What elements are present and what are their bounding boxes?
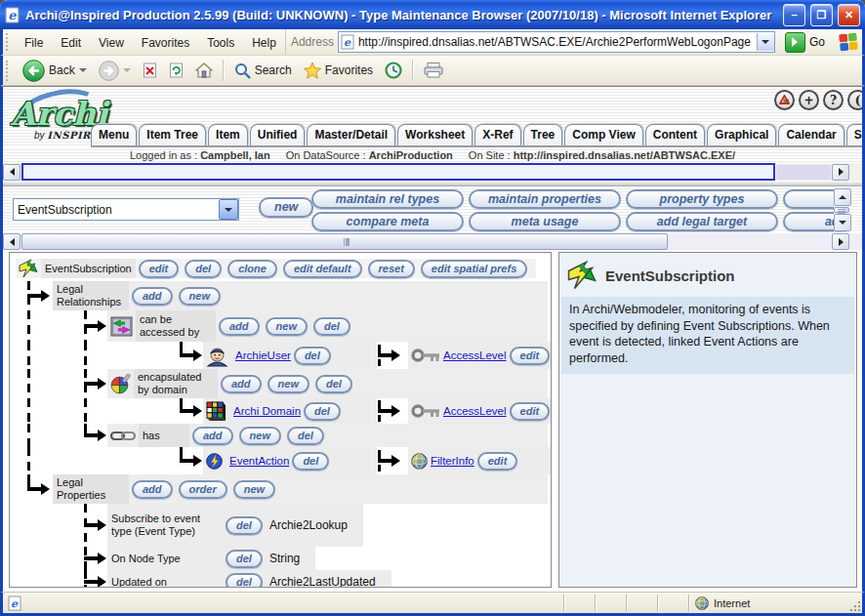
tab-graphical[interactable]: Graphical [707, 124, 776, 145]
action-del[interactable]: del [226, 516, 263, 535]
favorites-button[interactable]: Favorites [299, 62, 378, 80]
action-add-legal-target[interactable]: add legal target [626, 212, 778, 231]
back-dropdown-icon[interactable] [79, 68, 87, 72]
scroll-track[interactable] [669, 234, 831, 249]
action-compare-meta[interactable]: compare meta [311, 212, 464, 231]
home-button[interactable] [190, 62, 218, 79]
menu-file[interactable]: File [16, 34, 52, 52]
menu-help[interactable]: Help [243, 34, 285, 52]
search-button[interactable]: Search [229, 62, 297, 80]
tab-unified[interactable]: Unified [250, 124, 306, 145]
refresh-button[interactable] [164, 62, 188, 79]
maximize-button[interactable]: ❐ [810, 4, 833, 26]
action-maintain-properties[interactable]: maintain properties [469, 189, 621, 209]
action-add[interactable]: add [192, 427, 233, 445]
tree-link-filterinfo[interactable]: FilterInfo [431, 455, 474, 467]
scroll-left-button[interactable] [3, 233, 21, 250]
address-input[interactable]: e http://inspired.dnsalias.net/ABTWSAC.E… [338, 31, 775, 53]
tree-row: ArchieUserdelAccessLeveledit [10, 342, 551, 369]
tab-x-ref[interactable]: X-Ref [474, 124, 520, 145]
action-edit[interactable]: edit [510, 402, 551, 421]
scroll-right-button[interactable] [832, 233, 849, 250]
history-button[interactable] [380, 61, 407, 80]
tree-link-eventaction[interactable]: EventAction [229, 455, 289, 467]
tree-link-accesslevel[interactable]: AccessLevel [443, 405, 507, 417]
action-del[interactable]: del [294, 347, 331, 365]
action-new[interactable]: new [266, 317, 308, 336]
new-type-button[interactable]: new [259, 197, 313, 218]
action-add[interactable]: add [132, 480, 173, 499]
action-clone[interactable]: clone [227, 260, 277, 278]
action-meta-usage[interactable]: meta usage [469, 212, 621, 231]
action-edit[interactable]: edit [510, 347, 551, 365]
tab-menu[interactable]: Menu [91, 124, 137, 145]
menu-tools[interactable]: Tools [198, 34, 243, 52]
print-button[interactable] [419, 62, 448, 79]
scroll-track[interactable] [776, 165, 831, 180]
tab-master-detail[interactable]: Master/Detail [307, 124, 395, 145]
tab-item[interactable]: Item [208, 124, 248, 145]
help-icon[interactable]: ? [823, 90, 844, 110]
action-del[interactable]: del [185, 260, 222, 278]
action-add[interactable]: add [219, 317, 260, 336]
resize-grip[interactable] [846, 597, 862, 613]
scroll-thumb[interactable] [21, 233, 668, 250]
action-del[interactable]: del [226, 550, 263, 568]
menu-edit[interactable]: Edit [52, 34, 90, 52]
action-new[interactable]: new [268, 375, 309, 393]
action-del[interactable]: del [313, 317, 350, 336]
address-dropdown-button[interactable] [757, 33, 774, 51]
action-edit[interactable]: edit [139, 260, 180, 278]
action-add[interactable]: add [132, 287, 173, 306]
action-maintain-rel-types[interactable]: maintain rel types [311, 189, 464, 209]
tree-link-archieuser[interactable]: ArchieUser [235, 349, 291, 361]
action-new[interactable]: new [239, 427, 281, 445]
tree-link-archi-domain[interactable]: Archi Domain [233, 405, 301, 417]
tree-connector [27, 447, 30, 474]
tab-comp-view[interactable]: Comp View [564, 124, 642, 145]
action-del[interactable]: del [292, 452, 329, 471]
action-del[interactable]: del [304, 402, 341, 421]
type-select[interactable]: EventSubscription [13, 198, 239, 221]
forward-button[interactable] [94, 60, 136, 82]
tab-worksheet[interactable]: Worksheet [397, 124, 473, 145]
scroll-right-button[interactable] [832, 164, 849, 181]
clipped-icon[interactable]: ( [847, 90, 862, 110]
scroll-up-button[interactable] [834, 188, 851, 206]
action-edit-spatial-prefs[interactable]: edit spatial prefs [421, 260, 527, 278]
action-add[interactable]: add [221, 375, 262, 393]
action-del[interactable]: del [287, 427, 324, 445]
scroll-left-button[interactable] [3, 164, 21, 181]
action-new[interactable]: new [179, 287, 221, 306]
add-icon[interactable]: + [799, 90, 819, 110]
tree-branch [378, 400, 403, 422]
scroll-down-button[interactable] [834, 214, 851, 231]
action-property-types[interactable]: property types [626, 189, 778, 209]
close-button[interactable]: ✕ [838, 4, 860, 26]
menu-view[interactable]: View [90, 34, 133, 52]
action-new[interactable]: new [233, 480, 275, 499]
home-icon [195, 62, 213, 78]
tab-spatial[interactable]: Spatial [846, 124, 862, 145]
tree-link-accesslevel[interactable]: AccessLevel [443, 349, 507, 361]
tab-calendar[interactable]: Calendar [778, 124, 844, 145]
app-badge-icon[interactable] [774, 90, 795, 110]
minimize-button[interactable]: – [783, 4, 805, 26]
tab-tree[interactable]: Tree [523, 124, 563, 145]
action-del[interactable]: del [315, 375, 352, 393]
action-reset[interactable]: reset [368, 260, 415, 278]
action-del[interactable]: del [226, 573, 263, 589]
stop-button[interactable] [138, 62, 162, 79]
tab-item-tree[interactable]: Item Tree [139, 124, 206, 145]
action-order[interactable]: order [179, 480, 227, 499]
back-button[interactable]: Back [18, 59, 92, 83]
menu-favorites[interactable]: Favorites [133, 34, 198, 52]
tab-content[interactable]: Content [645, 124, 705, 145]
action-edit-default[interactable]: edit default [283, 260, 362, 278]
go-button[interactable]: Go [779, 29, 831, 55]
scroll-thumb[interactable] [834, 207, 849, 213]
panel-vertical-scrollbar[interactable] [834, 188, 849, 231]
action-edit[interactable]: edit [477, 452, 518, 471]
select-dropdown-icon[interactable] [219, 199, 238, 220]
tree-connector [27, 310, 30, 342]
